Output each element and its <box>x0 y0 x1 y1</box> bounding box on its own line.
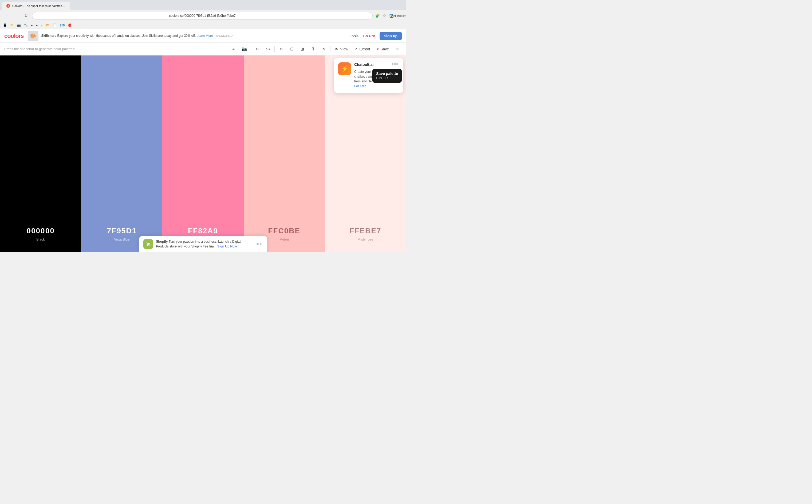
bookmark-doc[interactable]: 📄 <box>53 23 57 27</box>
save-button[interactable]: ♥ Save <box>375 45 391 53</box>
shopify-brand: Shopify <box>156 240 168 243</box>
toolbar-divider-3 <box>330 46 331 52</box>
bookmark-folder2[interactable]: 📂 <box>46 23 50 27</box>
toolbar-hint: Press the spacebar to generate color pal… <box>4 47 226 51</box>
toolbar-icons: ••• 📷 ↩ ↪ ⚙ ⊞ ◑ 🎚 ☀ 👁 View ↗ Export ♥ Sa… <box>229 45 402 53</box>
ad-sponsored: SPONSORED <box>216 34 233 37</box>
back-button[interactable]: ← <box>3 12 11 19</box>
export-icon: ↗ <box>355 47 358 51</box>
export-label: Export <box>359 47 370 51</box>
tab-title: Coolors - The super fast color palettes … <box>12 4 66 7</box>
view-icon: 👁 <box>335 47 339 51</box>
tab-bar: C Coolors - The super fast color palette… <box>0 0 406 10</box>
bookmark-yellow[interactable]: ● <box>41 24 43 27</box>
nav-right: Tools Go Pro Sign up <box>350 32 402 40</box>
ad-text: Skillshare Explore your creativity with … <box>41 34 233 38</box>
ad-banner: 🎨 Skillshare Explore your creativity wit… <box>28 31 350 41</box>
shopify-hide-button[interactable]: HIDE <box>256 242 263 246</box>
bookmark-money[interactable]: $15 <box>60 24 65 27</box>
menu-icon[interactable]: ≡ <box>393 45 402 53</box>
bookmark-apple[interactable]: 🍎 <box>68 23 71 27</box>
bookmark-folder[interactable]: 📁 <box>10 23 14 27</box>
forward-button[interactable]: → <box>13 12 20 19</box>
bookmark-apps[interactable]: 📱 <box>3 23 7 27</box>
color-swatch-7f95d1[interactable]: 7F95D1 Vista Blue <box>81 55 162 252</box>
url-text: coolors.co/000000-7f95d1-ff82a9-ffc0be-f… <box>169 14 236 18</box>
contrast-icon[interactable]: ◑ <box>298 45 307 53</box>
ad-image: 🎨 <box>28 31 38 41</box>
extensions-icon[interactable]: 🧩 <box>375 13 380 18</box>
color-name: Misty rose <box>357 237 373 241</box>
chatbolt-logo: ⚡ <box>338 62 351 75</box>
go-pro-button[interactable]: Go Pro <box>363 34 375 38</box>
ad-brand: Skillshare <box>41 34 56 38</box>
shopify-cta[interactable]: Sign Up Now <box>217 245 237 248</box>
bookmark-red[interactable]: ● <box>36 24 38 27</box>
color-swatch-000000[interactable]: 000000 Black <box>0 55 81 252</box>
view-button[interactable]: 👁 View <box>333 45 350 53</box>
nav-right-icons: 🧩 ☆ 👤 📁 All Bookmarks <box>375 13 403 18</box>
ad-cta[interactable]: Learn More <box>197 34 213 38</box>
save-label: Save <box>380 47 389 51</box>
color-hex: FF82A9 <box>188 227 218 235</box>
bookmark-icon[interactable]: ☆ <box>382 13 387 18</box>
grid-icon[interactable]: ⊞ <box>288 45 296 53</box>
color-hex: 7F95D1 <box>107 227 137 235</box>
color-name: Black <box>36 237 45 241</box>
color-hex: FFC0BE <box>268 227 300 235</box>
tooltip-title: Save palette <box>376 71 398 76</box>
color-hex: 000000 <box>26 227 54 235</box>
sign-up-button[interactable]: Sign up <box>380 32 402 40</box>
app: coolors 🎨 Skillshare Explore your creati… <box>0 29 406 252</box>
toolbar: Press the spacebar to generate color pal… <box>0 43 406 55</box>
redo-icon[interactable]: ↪ <box>264 45 272 53</box>
sun-icon[interactable]: ☀ <box>320 45 328 53</box>
app-nav: coolors 🎨 Skillshare Explore your creati… <box>0 29 406 43</box>
chatbolt-title: Chatbolt.ai <box>354 62 373 67</box>
color-adjust-icon[interactable]: 🎚 <box>309 45 317 53</box>
coolors-logo[interactable]: coolors <box>4 33 23 39</box>
bookmarks-folder-icon: 📁 <box>388 14 392 17</box>
chatbolt-hide-button[interactable]: HIDE <box>392 62 399 66</box>
reload-button[interactable]: ↻ <box>22 12 30 19</box>
tooltip-shortcut: CMD + S <box>376 76 398 80</box>
bookmark-camera[interactable]: 📷 <box>17 23 21 27</box>
all-bookmarks-link[interactable]: 📁 All Bookmarks <box>397 13 403 18</box>
heart-icon: ♥ <box>377 47 379 51</box>
color-name: Melon <box>280 237 289 241</box>
address-bar[interactable]: coolors.co/000000-7f95d1-ff82a9-ffc0be-f… <box>32 12 373 19</box>
tab-favicon: C <box>6 4 10 8</box>
more-options-icon[interactable]: ••• <box>229 45 238 53</box>
color-hex: FFEBE7 <box>349 227 381 235</box>
shopify-ad-text: Shopify Turn your passion into a busines… <box>156 239 253 249</box>
toolbar-divider-1 <box>251 46 251 52</box>
bookmark-green[interactable]: ● <box>31 24 33 27</box>
shopify-logo: 🛍 <box>143 239 153 249</box>
color-swatch-ff82a9[interactable]: FF82A9 Tickle me pink <box>162 55 244 252</box>
undo-icon[interactable]: ↩ <box>253 45 262 53</box>
save-tooltip: Save palette CMD + S <box>372 69 402 83</box>
view-label: View <box>340 47 348 51</box>
shopify-ad-banner: 🛍 Shopify Turn your passion into a busin… <box>139 236 267 252</box>
camera-icon[interactable]: 📷 <box>240 45 249 53</box>
bookmark-tool[interactable]: 🔧 <box>24 23 28 27</box>
browser-chrome: C Coolors - The super fast color palette… <box>0 0 406 29</box>
color-swatch-ffc0be[interactable]: FFC0BE Melon <box>244 55 325 252</box>
tools-button[interactable]: Tools <box>350 34 359 38</box>
ad-body: Explore your creativity with thousands o… <box>57 34 196 38</box>
export-button[interactable]: ↗ Export <box>352 45 372 53</box>
palette-adjust-icon[interactable]: ⚙ <box>277 45 285 53</box>
color-name: Vista Blue <box>114 237 129 241</box>
ad-card-header: Chatbolt.ai HIDE <box>354 62 399 67</box>
bookmarks-bar: 📱 📁 📷 🔧 ● ● ● 📂 📄 $15 🍎 <box>0 21 406 29</box>
nav-bar: ← → ↻ coolors.co/000000-7f95d1-ff82a9-ff… <box>0 10 406 21</box>
active-tab[interactable]: C Coolors - The super fast color palette… <box>2 2 70 10</box>
